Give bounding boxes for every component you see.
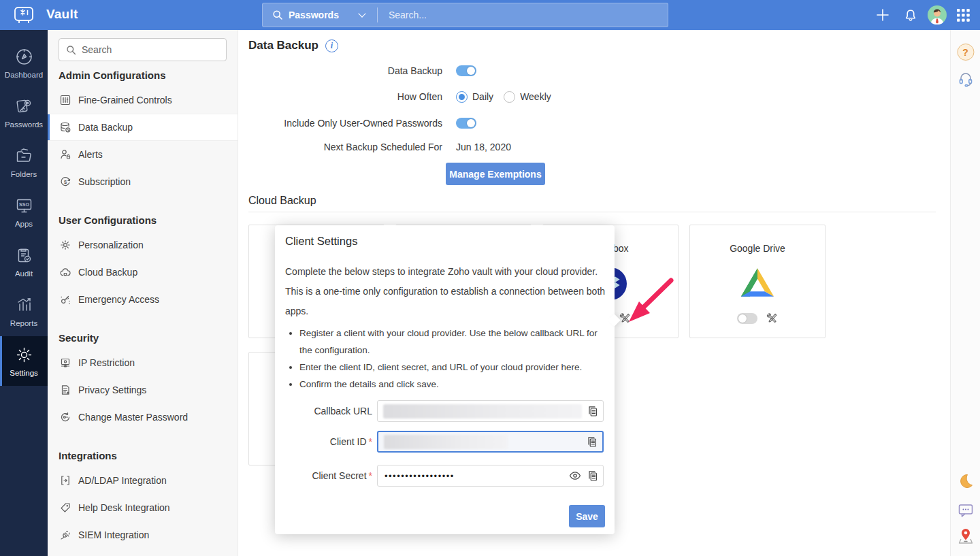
chevron-down-icon bbox=[358, 10, 365, 17]
sidebar-item-label: Data Backup bbox=[78, 122, 133, 133]
client-secret-field[interactable] bbox=[377, 465, 604, 487]
sidebar-section-integrations: Integrations AD/LDAP Integration Help De… bbox=[48, 442, 238, 549]
nav-item-audit[interactable]: Audit bbox=[0, 237, 48, 287]
app-title: Vault bbox=[46, 7, 78, 22]
sidebar-section-admin: Admin Configurations Fine-Grained Contro… bbox=[48, 61, 238, 195]
sidebar-item-privacy-settings[interactable]: Privacy Settings bbox=[48, 376, 238, 404]
divider bbox=[377, 7, 378, 22]
sidebar-item-change-master-password[interactable]: Change Master Password bbox=[48, 404, 238, 431]
global-search-input[interactable] bbox=[380, 10, 668, 20]
night-mode-button[interactable] bbox=[958, 473, 974, 492]
nav-label: Dashboard bbox=[5, 71, 43, 79]
client-secret-input[interactable] bbox=[378, 471, 534, 481]
radio-daily[interactable] bbox=[456, 91, 468, 103]
google-drive-settings-tools-icon[interactable] bbox=[766, 312, 778, 324]
topbar: Vault Passwords bbox=[0, 0, 980, 30]
sidebar-section-user: User Configurations Personalization Clou… bbox=[48, 206, 238, 313]
cloud-icon bbox=[60, 267, 71, 278]
locate-button[interactable] bbox=[958, 527, 974, 548]
sidebar-item-label: Alerts bbox=[78, 149, 103, 160]
search-scope-label: Passwords bbox=[289, 10, 339, 20]
section-heading: User Configurations bbox=[48, 206, 238, 231]
cloud-backup-heading: Cloud Backup bbox=[248, 195, 316, 207]
client-secret-label: Client Secret bbox=[312, 470, 366, 481]
location-pin-icon bbox=[958, 527, 974, 545]
search-scope-dropdown[interactable]: Passwords bbox=[263, 10, 374, 20]
feedback-button[interactable] bbox=[958, 503, 974, 521]
sidebar-item-personalization[interactable]: Personalization bbox=[48, 231, 238, 259]
sliders-icon bbox=[60, 95, 71, 105]
page-title: Data Backup bbox=[248, 39, 318, 52]
cloud-provider-card-google-drive[interactable]: Google Drive bbox=[689, 225, 826, 338]
settings-sidebar: Admin Configurations Fine-Grained Contro… bbox=[48, 30, 238, 556]
form-row-next-backup: Next Backup Scheduled For Jun 18, 2020 bbox=[248, 140, 511, 154]
sidebar-item-ip-restriction[interactable]: IP Restriction bbox=[48, 349, 238, 376]
nav-item-settings[interactable]: Settings bbox=[0, 336, 48, 386]
section-heading: Admin Configurations bbox=[48, 61, 238, 86]
google-drive-enable-toggle[interactable] bbox=[737, 313, 757, 324]
nav-item-dashboard[interactable]: Dashboard bbox=[0, 38, 48, 88]
field-label: Data Backup bbox=[248, 65, 442, 76]
sidebar-item-help-desk-integration[interactable]: Help Desk Integration bbox=[48, 494, 238, 521]
card-title: Google Drive bbox=[690, 243, 825, 254]
sidebar-item-label: Cloud Backup bbox=[78, 267, 137, 278]
search-icon bbox=[272, 10, 283, 20]
sidebar-search-input[interactable] bbox=[82, 44, 219, 55]
sidebar-item-ad-ldap-integration[interactable]: AD/LDAP Integration bbox=[48, 467, 238, 494]
eye-icon[interactable] bbox=[569, 471, 581, 480]
next-backup-date: Jun 18, 2020 bbox=[456, 142, 511, 152]
sidebar-item-data-backup[interactable]: Data Backup bbox=[48, 114, 238, 141]
form-row-how-often: How Often Daily Weekly bbox=[248, 88, 551, 105]
sso-monitor-icon: SSO bbox=[15, 197, 33, 215]
setup-steps-list: Register a client with your cloud provid… bbox=[299, 325, 606, 393]
nav-item-reports[interactable]: Reports bbox=[0, 287, 48, 336]
client-id-row: Client ID* bbox=[275, 431, 604, 453]
save-button[interactable]: Save bbox=[569, 505, 605, 527]
client-id-field[interactable] bbox=[377, 431, 604, 453]
radio-weekly[interactable] bbox=[504, 91, 515, 103]
form-row-include-user-owned: Include Only User-Owned Passwords bbox=[248, 116, 476, 131]
callback-url-row: Callback URL bbox=[275, 400, 604, 422]
field-label: How Often bbox=[248, 91, 442, 102]
field-label: Next Backup Scheduled For bbox=[248, 142, 442, 152]
tag-icon bbox=[60, 502, 71, 513]
info-icon[interactable]: i bbox=[325, 39, 338, 52]
include-user-owned-toggle[interactable] bbox=[456, 118, 476, 129]
sidebar-item-emergency-access[interactable]: Emergency Access bbox=[48, 286, 238, 313]
grid-icon bbox=[957, 9, 970, 22]
google-drive-logo-icon bbox=[690, 267, 825, 297]
app-grid-button[interactable] bbox=[954, 0, 972, 30]
nav-label: Reports bbox=[10, 319, 37, 327]
nav-item-folders[interactable]: Folders bbox=[0, 137, 48, 187]
sidebar-item-label: SIEM Integration bbox=[78, 529, 149, 540]
clipboard-check-icon bbox=[15, 246, 33, 265]
notifications-button[interactable] bbox=[902, 0, 919, 30]
sidebar-item-siem-integration[interactable]: SIEM Integration bbox=[48, 521, 238, 549]
sidebar-item-label: AD/LDAP Integration bbox=[78, 475, 167, 486]
support-button[interactable] bbox=[958, 71, 974, 90]
copy-icon[interactable] bbox=[587, 436, 598, 448]
sidebar-item-subscription[interactable]: $ Subscription bbox=[48, 168, 238, 195]
sidebar-item-label: Personalization bbox=[78, 240, 144, 250]
database-icon bbox=[60, 122, 71, 133]
client-secret-row: Client Secret* bbox=[275, 465, 604, 487]
data-backup-toggle[interactable] bbox=[456, 65, 476, 76]
sidebar-item-fine-grained-controls[interactable]: Fine-Grained Controls bbox=[48, 86, 238, 114]
copy-icon[interactable] bbox=[587, 406, 598, 417]
sidebar-item-label: IP Restriction bbox=[78, 357, 135, 368]
help-button[interactable]: ? bbox=[957, 44, 974, 61]
manage-exemptions-button[interactable]: Manage Exemptions bbox=[446, 163, 545, 185]
nav-item-passwords[interactable]: Passwords bbox=[0, 88, 48, 137]
nav-item-apps[interactable]: SSO Apps bbox=[0, 187, 48, 237]
folder-icon bbox=[15, 147, 33, 165]
callback-url-field[interactable] bbox=[377, 400, 604, 422]
bar-chart-icon bbox=[15, 296, 33, 314]
sidebar-item-alerts[interactable]: Alerts bbox=[48, 141, 238, 168]
add-button[interactable] bbox=[874, 0, 892, 30]
sidebar-item-cloud-backup[interactable]: Cloud Backup bbox=[48, 259, 238, 286]
avatar[interactable] bbox=[926, 0, 948, 30]
copy-icon[interactable] bbox=[587, 470, 598, 482]
nav-label: Audit bbox=[15, 269, 33, 278]
sidebar-item-label: Fine-Grained Controls bbox=[78, 95, 172, 105]
key-icon bbox=[15, 97, 33, 116]
